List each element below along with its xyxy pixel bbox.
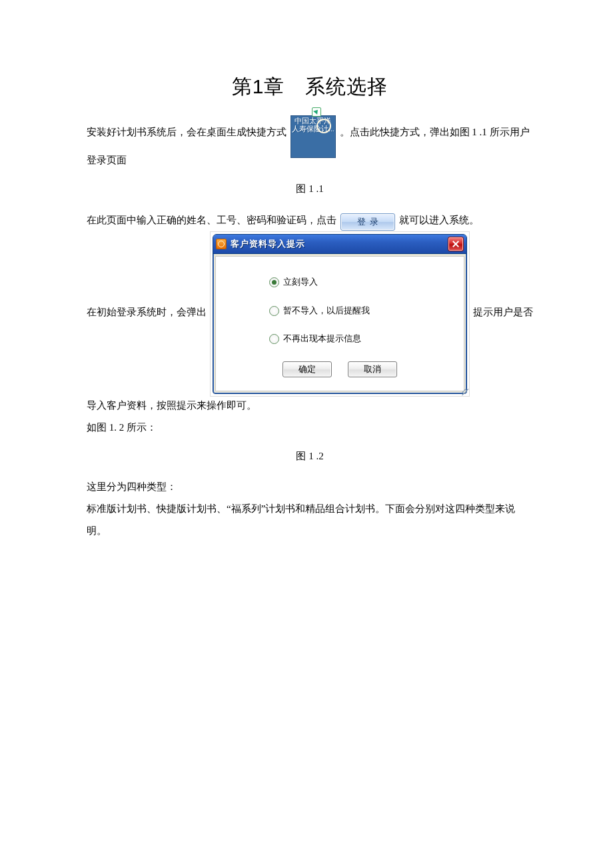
paragraph-5: 这里分为四种类型： xyxy=(87,476,533,498)
radio-label: 暂不导入，以后提醒我 xyxy=(283,301,370,321)
text-run: 就可以进入系统。 xyxy=(399,215,479,225)
radio-icon xyxy=(269,334,279,344)
radio-option-import-later[interactable]: 暂不导入，以后提醒我 xyxy=(269,301,444,321)
cancel-button[interactable]: 取消 xyxy=(348,361,397,377)
shortcut-arrow-icon xyxy=(312,107,321,117)
document-page: 第1章 系统选择 安装好计划书系统后，会在桌面生成快捷方式 中国太平洋人寿保险计… xyxy=(0,0,613,582)
paragraph-2: 在此页面中输入正确的姓名、工号、密码和验证码，点击 登录 就可以进入系统。 xyxy=(87,209,533,231)
dialog-titlebar: 客户资料导入提示 xyxy=(213,235,466,254)
paragraph-1: 安装好计划书系统后，会在桌面生成快捷方式 中国太平洋人寿保险计... 。点击此快… xyxy=(87,115,533,171)
dialog-screenshot: 客户资料导入提示 立刻导入 暂不导入，以后提醒我 不再出现本提示信息 xyxy=(210,231,470,397)
chapter-title: 第1章 系统选择 xyxy=(87,73,533,101)
desktop-shortcut-icon: 中国太平洋人寿保险计... xyxy=(291,115,336,158)
dialog-app-icon xyxy=(216,239,227,249)
ok-button[interactable]: 确定 xyxy=(283,361,332,377)
text-run: 在此页面中输入正确的姓名、工号、密码和验证码，点击 xyxy=(87,215,336,225)
paragraph-6: 标准版计划书、快捷版计划书、“福系列”计划书和精品组合计划书。下面会分别对这四种… xyxy=(87,498,533,542)
radio-icon xyxy=(269,306,279,316)
figure-label-1: 图 1 .1 xyxy=(87,181,533,197)
radio-icon xyxy=(269,277,279,287)
import-dialog: 客户资料导入提示 立刻导入 暂不导入，以后提醒我 不再出现本提示信息 xyxy=(213,234,467,394)
figure-label-2: 图 1 .2 xyxy=(87,448,533,464)
text-run: 在初始登录系统时，会弹出 xyxy=(87,307,207,318)
radio-option-import-now[interactable]: 立刻导入 xyxy=(269,273,444,292)
radio-option-never-show[interactable]: 不再出现本提示信息 xyxy=(269,329,444,349)
dialog-title: 客户资料导入提示 xyxy=(231,235,448,254)
radio-label: 立刻导入 xyxy=(283,273,318,292)
dialog-button-row: 确定 取消 xyxy=(236,358,444,380)
dialog-body: 立刻导入 暂不导入，以后提醒我 不再出现本提示信息 确定 取消 xyxy=(215,256,464,391)
resize-grip-icon xyxy=(462,389,468,395)
paragraph-4: 如图 1. 2 所示： xyxy=(87,417,533,439)
login-button[interactable]: 登录 xyxy=(340,213,395,231)
radio-label: 不再出现本提示信息 xyxy=(283,329,361,349)
close-icon[interactable] xyxy=(448,237,464,251)
text-run: 安装好计划书系统后，会在桌面生成快捷方式 xyxy=(87,127,287,137)
paragraph-3: 在初始登录系统时，会弹出 客户资料导入提示 立刻导入 暂不导入，以后提醒我 xyxy=(87,231,533,417)
